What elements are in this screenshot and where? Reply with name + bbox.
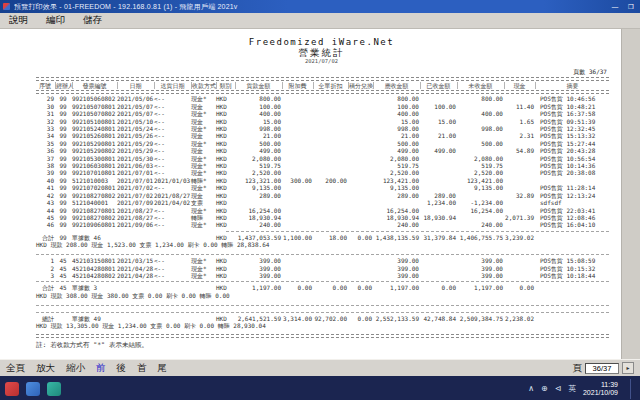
spacer [36, 308, 609, 310]
table-cell: 992105070801 [72, 103, 116, 110]
prev-page-button[interactable]: 前 [96, 362, 106, 375]
table-cell: 99 [55, 140, 71, 147]
spacer [36, 249, 609, 252]
table-cell [55, 315, 71, 322]
table-cell [348, 162, 372, 169]
table-cell: 38 [36, 162, 54, 169]
spacer [36, 330, 609, 333]
table-cell: 18,930.94 [235, 214, 281, 221]
last-page-button[interactable]: 尾 [158, 362, 168, 375]
network-icon[interactable]: ⊕ [541, 376, 548, 400]
table-cell: 99 [55, 207, 71, 214]
table-cell [282, 162, 312, 169]
table-cell: <-- [154, 214, 190, 221]
menu-save[interactable]: 儲存 [74, 14, 111, 27]
table-cell [348, 265, 372, 272]
zoom-in-button[interactable]: 放大 [36, 362, 55, 375]
table-cell: 2021/05/07 [117, 110, 153, 117]
next-page-button[interactable]: 後 [117, 362, 127, 375]
menu-print[interactable]: 編印 [37, 14, 74, 27]
table-cell: 2021/04/02 [154, 199, 190, 206]
table-cell: 123,421.00 [373, 177, 419, 184]
table-cell: 現金* [191, 265, 215, 272]
table-cell: 經辦人 [55, 82, 71, 89]
table-cell: 992105290802 [72, 147, 116, 154]
table-cell: 99 [55, 103, 71, 110]
volume-icon[interactable]: ⊲ [555, 376, 562, 400]
maximize-button[interactable]: ❐ [625, 2, 637, 12]
table-cell: 45 [55, 257, 71, 264]
table-cell: 2,080.00 [373, 155, 419, 162]
table-cell: 15.00 [420, 118, 456, 125]
taskbar-app-icon-2[interactable] [26, 382, 40, 396]
table-cell: 2021/04/28 [117, 272, 153, 279]
table-cell: 399.00 [457, 272, 503, 279]
table-cell: 452104280802 [72, 272, 116, 279]
table-cell: 32 [36, 118, 54, 125]
taskbar-app-icon-3[interactable] [47, 382, 61, 396]
table-cell [282, 147, 312, 154]
table-cell: <-- [154, 155, 190, 162]
table-cell: 21.00 [420, 132, 456, 139]
table-cell: 36 [36, 147, 54, 154]
table-cell: 現金* [191, 207, 215, 214]
table-cell: 0.00 [313, 284, 347, 291]
table-cell: 現金* [191, 272, 215, 279]
table-cell: 42,748.84 [420, 315, 456, 322]
table-cell [313, 272, 347, 279]
table-cell [282, 110, 312, 117]
first-page-button[interactable]: 首 [137, 362, 147, 375]
table-cell: 100.00 [420, 103, 456, 110]
page-go-button[interactable]: ▸ [622, 362, 634, 374]
table-cell: 全單折扣 [313, 82, 347, 89]
zoom-out-button[interactable]: 縮小 [66, 362, 85, 375]
table-cell: 39 [36, 169, 54, 176]
hidden-icons-icon[interactable]: ∧ [528, 376, 534, 400]
table-cell: 33 [36, 125, 54, 132]
table-cell: 992105240801 [72, 125, 116, 132]
table-cell [313, 192, 347, 199]
table-cell [313, 132, 347, 139]
table-cell: HKD [216, 118, 234, 125]
table-cell [313, 125, 347, 132]
table-cell: 35 [36, 140, 54, 147]
full-page-button[interactable]: 全頁 [6, 362, 25, 375]
table-cell: 399.00 [373, 257, 419, 264]
table-cell [504, 221, 534, 228]
table-cell: 992105300801 [72, 155, 116, 162]
page-number-input[interactable] [585, 363, 619, 374]
subtotal-breakdown: HKD 現款 308.00 現金 380.00 支票 0.00 刷卡 0.00 … [36, 292, 609, 300]
table-cell [535, 234, 609, 241]
table-cell [348, 207, 372, 214]
table-cell: 2021/07/01 [117, 169, 153, 176]
minimize-button[interactable]: — [609, 2, 621, 12]
table-cell: HKD [216, 315, 234, 322]
table-cell: 40 [36, 177, 54, 184]
table-cell: 1,234.00 [420, 199, 456, 206]
table-cell: 0.00 [348, 284, 372, 291]
table-cell: 800.00 [373, 95, 419, 102]
taskbar-clock[interactable]: 11:39 2021/10/09 [583, 381, 618, 398]
table-cell [282, 199, 312, 206]
table-cell: 123,421.00 [457, 177, 503, 184]
taskbar-app-icon-1[interactable] [5, 382, 19, 396]
table-cell: 9,135.00 [373, 184, 419, 191]
table-cell [348, 169, 372, 176]
table-cell: 2021/08/27 [117, 214, 153, 221]
report-table: 序號經辦人發票編號日期送貨日期收款方式類別貨款金額附加費全單折扣積分兌換應收金額… [36, 77, 609, 350]
ime-indicator[interactable]: 英 [568, 376, 576, 400]
table-cell: 合計 [36, 234, 54, 241]
table-cell: POS售貨 15:27:44 [535, 140, 609, 147]
table-row: 38999921060308012021/06/03<--現金*HKD519.7… [36, 162, 609, 169]
table-cell: 現金* [191, 125, 215, 132]
menu-help[interactable]: 說明 [0, 14, 37, 27]
table-cell: 289.00 [235, 192, 281, 199]
table-cell: 18.00 [313, 234, 347, 241]
taskbar: ∧ ⊕ ⊲ 英 11:39 2021/10/09 [0, 376, 640, 400]
show-desktop-button[interactable] [630, 379, 635, 399]
table-cell: 519.75 [235, 162, 281, 169]
table-cell: 0.00 [504, 284, 534, 291]
table-row: 409951210100032021/07/012021/01/03轉賬*HKD… [36, 177, 609, 184]
table-cell: 5121010003 [72, 177, 116, 184]
table-cell [348, 118, 372, 125]
